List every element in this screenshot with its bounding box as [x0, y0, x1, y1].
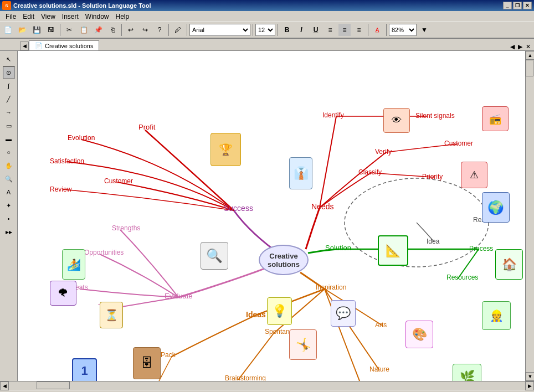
- italic-button[interactable]: I: [295, 23, 308, 37]
- node-inspiration[interactable]: Inspiration: [316, 283, 346, 291]
- tab-creative-solutions[interactable]: 📄 Creative solutions: [29, 40, 99, 50]
- copy-button[interactable]: 📋: [77, 23, 90, 37]
- pointer-tool[interactable]: ↖: [3, 53, 15, 65]
- menu-edit[interactable]: Edit: [19, 12, 38, 22]
- node-evaluate[interactable]: Evaluate: [165, 292, 193, 300]
- node-profit[interactable]: Profit: [138, 123, 155, 131]
- arrow-tool[interactable]: →: [3, 106, 15, 118]
- node-opportunities[interactable]: Opportunities: [84, 249, 124, 256]
- cut-button[interactable]: ✂: [63, 23, 76, 37]
- node-priority[interactable]: Priority: [422, 173, 443, 180]
- hand-tool[interactable]: ✋: [3, 159, 15, 172]
- scroll-right-button[interactable]: ▶: [525, 381, 534, 390]
- font-selector[interactable]: Arial: [189, 24, 250, 36]
- open-button[interactable]: 📂: [16, 23, 29, 37]
- rect-tool[interactable]: ▭: [3, 120, 15, 132]
- window-title: Creative solutions.sld - Solution Langua…: [13, 2, 503, 9]
- line-tool[interactable]: ╱: [3, 93, 15, 105]
- scroll-left-button[interactable]: ◀: [0, 381, 9, 390]
- select-tool[interactable]: ⊙: [3, 66, 15, 79]
- bold-button[interactable]: B: [280, 23, 294, 37]
- solution-image: 📐: [378, 235, 408, 266]
- menu-window[interactable]: Window: [82, 12, 112, 22]
- node-strengths[interactable]: Strengths: [112, 224, 140, 232]
- node-review[interactable]: Review: [50, 185, 71, 193]
- node-classify[interactable]: Classify: [358, 168, 382, 176]
- restore-button[interactable]: ❐: [513, 2, 522, 9]
- tab-nav-prev[interactable]: ◀: [20, 42, 29, 50]
- h-scroll-thumb[interactable]: [37, 381, 70, 389]
- font-size-selector[interactable]: 12: [255, 24, 275, 36]
- node-satisfaction[interactable]: Satisfaction: [50, 157, 84, 165]
- save-as-button[interactable]: 🖫: [44, 23, 58, 37]
- node-evolution[interactable]: Evolution: [68, 134, 95, 142]
- align-center-button[interactable]: ≡: [338, 23, 351, 37]
- node-customer-top[interactable]: Customer: [104, 177, 133, 185]
- toolbar-sep-4: [187, 24, 187, 36]
- scroll-track[interactable]: [526, 60, 534, 372]
- center-node[interactable]: Creative solutions: [259, 245, 309, 275]
- app-icon: S: [2, 1, 11, 10]
- node-resources[interactable]: Resources: [446, 274, 478, 281]
- node-customer-right[interactable]: Customer: [444, 140, 473, 147]
- undo-button[interactable]: ↩: [124, 23, 137, 37]
- globe-image: 🌍: [482, 192, 510, 223]
- toolbar-sep-6: [278, 24, 278, 36]
- toolbar-sep-7: [368, 24, 368, 36]
- new-button[interactable]: 📄: [1, 23, 14, 37]
- node-needs[interactable]: Needs: [311, 202, 333, 211]
- tab-close[interactable]: ✕: [525, 43, 532, 50]
- align-right-button[interactable]: ≡: [352, 23, 366, 37]
- node-verify[interactable]: Verify: [375, 148, 392, 156]
- star-tool[interactable]: ✦: [3, 199, 15, 212]
- paste-special-button[interactable]: ⎗: [106, 23, 119, 37]
- node-nature[interactable]: Nature: [369, 365, 389, 373]
- circle-tool[interactable]: ○: [3, 146, 15, 158]
- bullet-tool[interactable]: •: [3, 213, 15, 225]
- minimize-button[interactable]: _: [503, 2, 512, 9]
- scroll-up-button[interactable]: ▲: [526, 51, 534, 60]
- bottom-scrollbar-area: ◀ ▶: [0, 381, 534, 390]
- silent-signals-image: 📻: [482, 106, 509, 131]
- node-success[interactable]: Success: [224, 204, 253, 213]
- canvas-area[interactable]: Creative solutions Profit Evolution Sati…: [18, 51, 525, 381]
- node-solution[interactable]: Solution: [325, 244, 351, 252]
- text-tool[interactable]: A: [3, 186, 15, 198]
- close-button[interactable]: ✕: [523, 2, 532, 9]
- format-button[interactable]: 🖊: [171, 23, 184, 37]
- resources-image: 👷: [482, 301, 511, 330]
- zoom-tool[interactable]: 🔍: [3, 173, 15, 185]
- scroll-down-button[interactable]: ▼: [526, 372, 534, 381]
- node-pack[interactable]: Pack: [161, 351, 176, 359]
- zoom-dropdown-button[interactable]: ▼: [418, 23, 431, 37]
- align-left-button[interactable]: ≡: [324, 23, 337, 37]
- zoom-selector[interactable]: 82%: [389, 24, 417, 36]
- redo-button[interactable]: ↪: [138, 23, 152, 37]
- node-brainstorming[interactable]: Brainstorming: [225, 374, 266, 381]
- scroll-thumb[interactable]: [526, 60, 533, 76]
- curve-tool[interactable]: ∫: [3, 80, 15, 92]
- tab-document-icon: 📄: [35, 42, 43, 49]
- identify-image: 👁: [383, 108, 410, 133]
- tab-nav-forward[interactable]: ▶: [517, 43, 523, 50]
- save-button[interactable]: 💾: [30, 23, 43, 37]
- h-scroll-track[interactable]: [9, 381, 525, 390]
- menu-insert[interactable]: Insert: [59, 12, 82, 22]
- tab-nav-back[interactable]: ◀: [509, 43, 516, 50]
- font-color-button[interactable]: A: [371, 23, 384, 37]
- paste-button[interactable]: 📌: [91, 23, 105, 37]
- main-area: ↖ ⊙ ∫ ╱ → ▭ ▬ ○ ✋ 🔍 A ✦ • ▶▶: [0, 51, 534, 381]
- node-silent-signals[interactable]: Silent signals: [415, 112, 455, 120]
- node-identify[interactable]: Identify: [322, 111, 344, 119]
- menu-help[interactable]: Help: [112, 12, 133, 22]
- menu-file[interactable]: File: [2, 12, 19, 22]
- help-toolbar-button[interactable]: ?: [153, 23, 166, 37]
- filled-rect-tool[interactable]: ▬: [3, 133, 15, 145]
- node-arts[interactable]: Arts: [375, 321, 387, 329]
- expand-tool[interactable]: ▶▶: [3, 226, 15, 238]
- node-idea[interactable]: Idea: [427, 238, 439, 245]
- menu-view[interactable]: View: [38, 12, 59, 22]
- node-process[interactable]: Process: [469, 245, 493, 252]
- node-ideas[interactable]: Ideas: [246, 310, 266, 319]
- underline-button[interactable]: U: [309, 23, 322, 37]
